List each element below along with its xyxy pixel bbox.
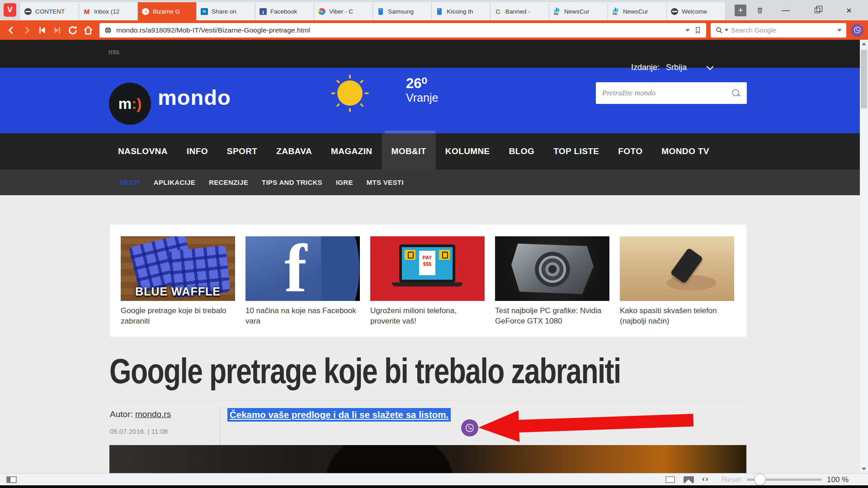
related-caption[interactable]: Google pretrage koje bi trebalo zabranit… [121, 306, 235, 327]
subnav-vesti-active[interactable]: VESTI [113, 169, 147, 195]
new-tab-button[interactable]: + [735, 5, 746, 16]
subnav-mts-vesti[interactable]: MTS VESTI [360, 169, 410, 195]
scroll-down-button[interactable] [860, 465, 868, 473]
closed-tabs-trash-button[interactable] [754, 5, 766, 16]
tab-welcome[interactable]: Welcome [667, 2, 726, 20]
magnifier-icon[interactable] [731, 89, 741, 98]
tab-content[interactable]: CONTENT [20, 2, 79, 20]
tab-linkedin[interactable]: inShare on [197, 2, 255, 20]
viber-extension-button[interactable] [851, 24, 863, 37]
tab-newscup-1[interactable]: ncNewsCur [549, 2, 608, 20]
mts-label[interactable]: mts [108, 48, 119, 56]
subnav-aplikacije[interactable]: APLIKACIJE [147, 169, 202, 195]
tab-banned[interactable]: GBanned - [491, 2, 549, 20]
nav-kolumne[interactable]: KOLUMNE [436, 133, 500, 169]
byline-author: Autor: mondo.rs [110, 409, 171, 419]
tab-inbox[interactable]: MInbox (12 [79, 2, 138, 20]
gpu-thumbnail[interactable] [495, 236, 609, 301]
nav-mondo-tv[interactable]: MONDO TV [652, 133, 719, 169]
nav-zabava[interactable]: ZABAVA [267, 133, 321, 169]
nav-naslovna[interactable]: NASLOVNA [108, 133, 177, 169]
related-caption[interactable]: Ugroženi milioni telefona, proverite vaš… [370, 306, 485, 327]
subnav-igre[interactable]: IGRE [329, 169, 360, 195]
status-bar: ‹› Reset 100 % [0, 473, 868, 485]
rewind-icon [37, 25, 47, 35]
related-item[interactable]: Kako spasiti skvašen telefon (najbolji n… [620, 236, 734, 325]
bookmark-icon[interactable] [694, 26, 702, 34]
subnav-tips-and-tricks[interactable]: TIPS AND TRICKS [255, 169, 329, 195]
reload-button[interactable] [66, 23, 80, 37]
nav-magazin[interactable]: MAGAZIN [321, 133, 382, 169]
selected-lead-text[interactable]: Čekamo vaše predloge i da li se slažete … [227, 408, 451, 422]
site-search-input[interactable] [602, 89, 731, 98]
page-scrollbar[interactable] [860, 40, 868, 473]
globe-icon [24, 8, 32, 15]
site-search-box[interactable] [596, 82, 747, 104]
newscup-icon: nc [612, 8, 619, 15]
edition-value: Srbija [666, 63, 687, 72]
zoom-slider-knob[interactable] [754, 474, 766, 485]
weather-temp: 26⁰ [406, 75, 427, 92]
close-button[interactable]: × [837, 0, 861, 20]
tab-newscup-2[interactable]: ncNewsCur [608, 2, 667, 20]
article-hero-image[interactable] [109, 445, 746, 473]
viber-phone-icon [465, 423, 475, 433]
linkedin-icon: in [201, 8, 208, 15]
byline-date: 05.07.2016. | 11:08 [110, 427, 168, 435]
nav-sport[interactable]: SPORT [217, 133, 267, 169]
tab-facebook[interactable]: fFacebook [255, 2, 314, 20]
zoom-slider[interactable] [747, 479, 822, 481]
author-link[interactable]: mondo.rs [135, 409, 171, 419]
edition-label: Izdanje: [631, 63, 660, 72]
search-input[interactable] [731, 26, 835, 34]
forward-button[interactable] [20, 23, 33, 37]
nav-info[interactable]: INFO [177, 133, 217, 169]
home-button[interactable] [81, 23, 95, 37]
nav-top-liste[interactable]: TOP LISTE [544, 133, 609, 169]
triangle-down-icon [862, 468, 866, 470]
minimize-button[interactable]: — [774, 0, 797, 20]
nav-mobit-active[interactable]: MOB&IT [382, 133, 436, 169]
nav-blog[interactable]: BLOG [500, 133, 544, 169]
restore-button[interactable] [806, 0, 829, 20]
mondo-logo[interactable]: m:) [109, 83, 151, 125]
viber-phone-icon [854, 26, 861, 34]
back-button[interactable] [5, 23, 18, 37]
ransomware-thumbnail[interactable]: PAY $$$ [370, 236, 485, 301]
url-field[interactable]: mondo.rs/a918092/Mob-IT/Vesti/Bizarne-Go… [99, 23, 706, 38]
edition-selector[interactable]: Izdanje: Srbija [631, 63, 749, 72]
scroll-up-button[interactable] [860, 40, 868, 48]
fast-forward-button[interactable] [51, 23, 64, 37]
related-caption[interactable]: Test najbolje PC grafike: Nvidia GeForce… [495, 306, 609, 327]
rewind-button[interactable] [35, 23, 49, 37]
image-toggle-button[interactable] [684, 476, 694, 483]
panel-toggle-button[interactable] [6, 476, 17, 483]
tab-viber[interactable]: Viber - C [314, 2, 373, 20]
tab-bizarne-active[interactable]: :)Bizarne G [138, 2, 197, 20]
page-tiling-button[interactable] [665, 476, 675, 483]
viber-share-popup-button[interactable] [461, 419, 478, 436]
related-caption[interactable]: 10 načina na koje nas Facebook vara [245, 306, 360, 327]
nav-foto[interactable]: FOTO [609, 133, 652, 169]
vivaldi-menu-button[interactable]: V [4, 3, 16, 17]
phone-in-sand-thumbnail[interactable] [620, 236, 734, 301]
tab-samsung[interactable]: Samsung [373, 2, 432, 20]
search-engine-dropdown-icon[interactable] [725, 29, 728, 31]
related-item[interactable]: Test najbolje PC grafike: Nvidia GeForce… [495, 236, 609, 325]
search-dropdown-icon[interactable] [837, 29, 842, 32]
subnav-recenzije[interactable]: RECENZIJE [202, 169, 255, 195]
mondo-wordmark[interactable]: mondo [158, 85, 231, 110]
browser-search-field[interactable] [711, 23, 846, 38]
restore-icon [815, 8, 820, 13]
facebook-thumbnail[interactable]: f [245, 236, 360, 301]
blue-waffle-thumbnail[interactable]: BLUE WAFFLE [121, 236, 235, 301]
scrollbar-thumb[interactable] [861, 50, 867, 108]
tab-kissing[interactable]: Kissing th [432, 2, 491, 20]
zoom-reset-button[interactable]: Reset [722, 475, 741, 484]
url-dropdown-icon[interactable] [685, 29, 690, 32]
related-item[interactable]: f 10 načina na koje nas Facebook vara [245, 236, 360, 325]
page-actions-button[interactable]: ‹› [702, 474, 709, 483]
related-caption[interactable]: Kako spasiti skvašen telefon (najbolji n… [620, 306, 734, 327]
related-item[interactable]: PAY $$$ Ugroženi milioni telefona, prove… [370, 236, 485, 325]
related-item[interactable]: BLUE WAFFLE Google pretrage koje bi treb… [121, 236, 235, 325]
